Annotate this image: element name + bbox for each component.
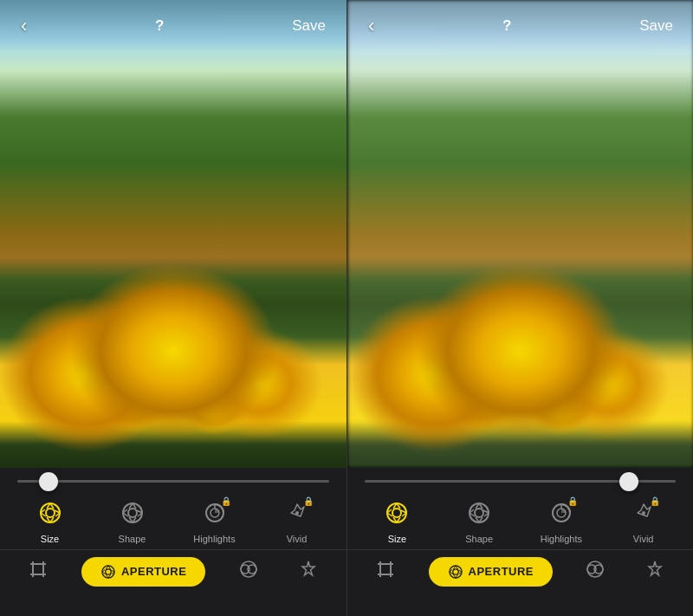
left-photo-area: ‹ ? Save [0, 0, 346, 468]
left-tool-shape-label: Shape [119, 534, 146, 544]
right-tool-vivid-label: Vivid [633, 534, 654, 544]
svg-point-89 [587, 561, 603, 577]
right-photo-area: ‹ ? Save [347, 0, 693, 468]
svg-point-33 [102, 565, 114, 577]
left-fx-icon[interactable] [232, 553, 265, 590]
svg-point-43 [241, 561, 256, 577]
right-slider-knob[interactable] [619, 472, 638, 491]
right-aperture-label: APERTURE [469, 565, 534, 578]
right-tool-size[interactable]: Size [371, 495, 423, 544]
svg-point-57 [475, 509, 483, 517]
right-bottom-area: Size [347, 468, 693, 616]
left-slider-knob[interactable] [39, 472, 58, 491]
left-photo-bg [0, 0, 346, 468]
left-help-button[interactable]: ? [148, 14, 171, 38]
svg-point-79 [449, 565, 461, 577]
left-shape-icon [120, 501, 145, 525]
left-aperture-label: APERTURE [121, 565, 187, 578]
left-vivid-lock-icon: 🔒 [303, 496, 314, 507]
left-nav-overlay: ‹ ? Save [0, 0, 346, 52]
svg-point-56 [470, 503, 489, 522]
svg-point-80 [452, 568, 457, 574]
left-tool-highlights[interactable]: 🔒 Highlights [189, 495, 241, 544]
svg-point-10 [123, 503, 142, 522]
right-vivid-lock-icon: 🔒 [650, 496, 660, 507]
right-tool-shape-icon-wrap [461, 495, 497, 531]
right-photo-bg [347, 0, 693, 468]
left-tool-shape[interactable]: Shape [107, 495, 159, 544]
right-back-button[interactable]: ‹ [361, 11, 381, 41]
left-save-button[interactable]: Save [285, 14, 333, 38]
right-panel: ‹ ? Save [346, 0, 693, 616]
left-slider-area[interactable] [0, 468, 346, 491]
svg-point-11 [128, 509, 137, 517]
right-tool-shape-label: Shape [465, 534, 493, 544]
right-slider-area[interactable] [347, 468, 693, 491]
left-aperture-icon [38, 501, 62, 525]
left-star-icon[interactable] [292, 553, 325, 590]
left-tool-size-label: Size [41, 534, 59, 544]
right-tool-vivid[interactable]: 🔒 Vivid [618, 495, 670, 544]
right-tool-highlights-label: Highlights [541, 534, 582, 544]
right-bottom-bar: APERTURE [347, 549, 693, 593]
right-aperture-button[interactable]: APERTURE [429, 557, 554, 587]
svg-rect-70 [380, 564, 391, 574]
left-tool-vivid-icon-wrap: 🔒 [279, 495, 315, 531]
left-highlights-lock-icon: 🔒 [221, 496, 231, 507]
svg-point-1 [46, 509, 55, 517]
left-crop-icon[interactable] [22, 553, 55, 590]
right-fx-icon[interactable] [579, 553, 612, 590]
left-tool-highlights-icon-wrap: 🔒 [197, 495, 233, 531]
right-shape-icon [467, 501, 491, 525]
left-panel: ‹ ? Save [0, 0, 346, 616]
svg-point-46 [387, 503, 406, 522]
right-nav-overlay: ‹ ? Save [347, 0, 693, 52]
right-star-icon[interactable] [638, 553, 671, 590]
left-tool-vivid-label: Vivid [287, 534, 308, 544]
right-crop-icon[interactable] [369, 553, 402, 590]
svg-point-47 [392, 509, 401, 517]
svg-point-69 [642, 511, 645, 515]
svg-rect-24 [33, 564, 43, 574]
left-tool-vivid[interactable]: 🔒 Vivid [271, 495, 323, 544]
svg-point-23 [295, 511, 299, 515]
left-slider-track[interactable] [17, 480, 329, 483]
left-tool-size[interactable]: Size [24, 495, 76, 544]
right-aperture-icon [385, 501, 409, 525]
left-aperture-button[interactable]: APERTURE [81, 557, 206, 587]
right-slider-track[interactable] [365, 480, 676, 483]
left-tool-highlights-label: Highlights [193, 534, 235, 544]
right-save-button[interactable]: Save [632, 14, 680, 38]
left-bottom-bar: APERTURE [0, 549, 346, 593]
right-tool-vivid-icon-wrap: 🔒 [625, 495, 662, 531]
left-back-button[interactable]: ‹ [14, 11, 34, 41]
left-tool-size-icon-wrap [32, 495, 68, 531]
left-tools-row: Size [0, 491, 346, 549]
right-tools-row: Size [347, 491, 693, 549]
right-tool-highlights[interactable]: 🔒 Highlights [535, 495, 587, 544]
left-bottom-area: Size [0, 468, 346, 616]
svg-point-0 [41, 503, 60, 522]
right-tool-highlights-icon-wrap: 🔒 [543, 495, 580, 531]
right-tool-size-label: Size [388, 534, 406, 544]
right-help-button[interactable]: ? [495, 14, 518, 38]
left-tool-shape-icon-wrap [114, 495, 151, 531]
right-tool-shape[interactable]: Shape [453, 495, 505, 544]
right-tool-size-icon-wrap [379, 495, 415, 531]
svg-point-34 [106, 568, 111, 574]
right-highlights-lock-icon: 🔒 [567, 496, 578, 507]
